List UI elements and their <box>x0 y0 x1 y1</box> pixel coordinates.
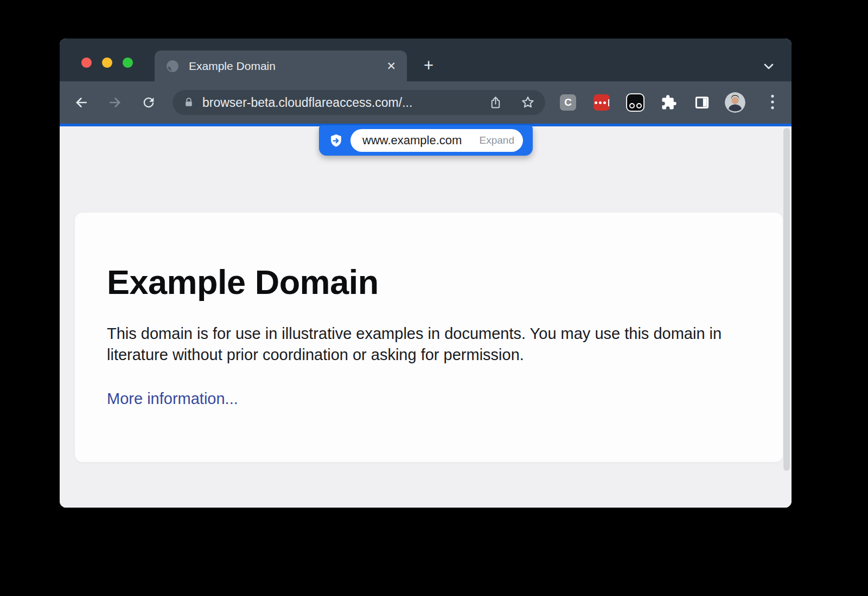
browser-tab[interactable]: Example Domain ✕ <box>155 50 407 81</box>
shield-arrow-icon <box>329 133 343 148</box>
close-window-button[interactable] <box>81 57 92 68</box>
reload-button[interactable] <box>137 91 161 114</box>
desktop-background: Example Domain ✕ + <box>0 0 868 596</box>
more-information-link[interactable]: More information... <box>107 390 238 407</box>
page-title: Example Domain <box>107 262 750 302</box>
window-controls <box>81 57 133 68</box>
globe-favicon-icon <box>165 59 180 73</box>
expand-button[interactable]: Expand <box>480 134 514 146</box>
extensions-puzzle-icon[interactable] <box>659 93 679 112</box>
zoom-window-button[interactable] <box>123 57 133 68</box>
profile-avatar[interactable] <box>725 92 745 113</box>
page-viewport: www.example.com Expand Example Domain Th… <box>60 126 792 508</box>
url-text: browser-beta.cloudflareaccess.com/... <box>202 95 412 110</box>
password-manager-extension-icon[interactable] <box>593 94 610 111</box>
content-card: Example Domain This domain is for use in… <box>75 213 783 462</box>
dark-extension-icon[interactable] <box>626 93 644 112</box>
share-icon[interactable] <box>488 95 503 110</box>
forward-button[interactable] <box>103 91 127 114</box>
kebab-menu-icon[interactable] <box>763 92 782 112</box>
vertical-scrollbar[interactable] <box>783 128 790 471</box>
bookmark-star-icon[interactable] <box>520 95 535 110</box>
browser-window: Example Domain ✕ + <box>60 39 792 508</box>
browser-toolbar: browser-beta.cloudflareaccess.com/... C <box>60 81 792 124</box>
isolated-site-url: www.example.com <box>362 133 462 148</box>
page-paragraph: This domain is for use in illustrative e… <box>107 323 736 365</box>
minimize-window-button[interactable] <box>102 57 112 68</box>
side-panel-icon[interactable] <box>692 93 712 112</box>
chevron-down-icon[interactable] <box>761 59 776 74</box>
lock-icon[interactable] <box>183 97 194 108</box>
new-tab-button[interactable]: + <box>419 56 438 75</box>
tab-close-icon[interactable]: ✕ <box>386 60 396 72</box>
tab-strip: Example Domain ✕ + <box>60 39 792 81</box>
isolation-site-pill[interactable]: www.example.com Expand <box>350 129 523 152</box>
address-bar[interactable]: browser-beta.cloudflareaccess.com/... <box>173 90 545 115</box>
tab-title: Example Domain <box>189 60 276 73</box>
isolation-site-banner: www.example.com Expand <box>319 125 533 156</box>
back-button[interactable] <box>69 91 93 114</box>
extension-c-icon[interactable]: C <box>560 94 576 111</box>
